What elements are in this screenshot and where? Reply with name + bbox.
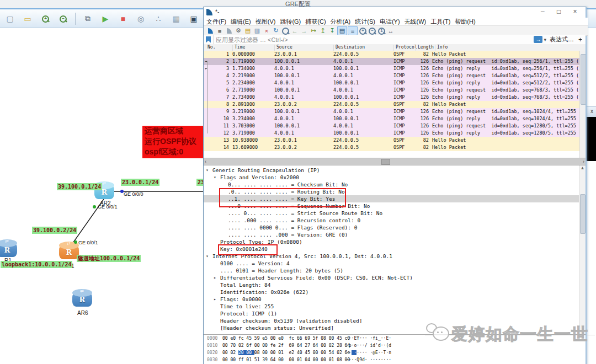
open-file-icon[interactable]: ▭ bbox=[21, 12, 34, 25]
maximize-button[interactable]: □ bbox=[552, 8, 566, 15]
resize-columns-icon[interactable]: ↔ bbox=[386, 26, 395, 35]
actual-size-icon[interactable]: ⧉ bbox=[81, 12, 94, 25]
detail-row[interactable]: Identification: 0x026e (622) bbox=[204, 288, 579, 296]
collapsed-chevron-icon[interactable]: ▸ bbox=[214, 296, 216, 303]
go-to-packet-icon[interactable]: ↦ bbox=[309, 26, 318, 35]
background-console-close-button[interactable]: x bbox=[590, 108, 593, 114]
topology-icon[interactable]: ∴ bbox=[152, 12, 165, 25]
expression-button[interactable]: 表达式… bbox=[550, 35, 574, 44]
autoscroll-icon[interactable]: ▤ bbox=[337, 26, 347, 35]
zoom-out-icon[interactable]: − bbox=[368, 26, 376, 35]
apply-filter-button[interactable]: → bbox=[534, 36, 542, 43]
router-r1[interactable]: ⇄R bbox=[0, 243, 17, 257]
close-button[interactable]: × bbox=[568, 8, 582, 15]
packet-row[interactable]: 42.219000100.0.0.14.0.0.1ICMP126Echo (pi… bbox=[204, 72, 586, 79]
packet-row[interactable]: 93.219000100.0.0.14.0.0.1ICMP126Echo (pi… bbox=[204, 108, 586, 115]
scroll-left-arrow[interactable]: ‹ bbox=[205, 158, 206, 165]
filter-dropdown-caret[interactable]: ▾ bbox=[544, 37, 546, 42]
detail-row[interactable]: Time to live: 255 bbox=[204, 303, 579, 310]
packet-row[interactable]: ←31.7340004.0.0.1100.0.0.1ICMP126Echo (p… bbox=[204, 65, 586, 72]
grid-icon[interactable]: ▦ bbox=[169, 12, 183, 25]
zoom-in-icon[interactable]: + bbox=[39, 12, 52, 25]
column-header-no[interactable]: No. bbox=[206, 45, 215, 51]
go-forward-icon[interactable]: → bbox=[300, 26, 308, 35]
detail-row[interactable]: 0... .... .... .... = Checksum Bit: No bbox=[204, 181, 579, 188]
horizontal-scrollbar-thumb[interactable] bbox=[381, 159, 390, 165]
wireshark-titlebar[interactable]: *- – □ × bbox=[204, 7, 586, 18]
hex-row[interactable]: 002000 02 20 00 08 00 00 01 e2 40 45 00 … bbox=[204, 349, 586, 356]
hex-row[interactable]: 003000 00 ff 01 51 39 64 00 00 01 04 00 … bbox=[204, 356, 586, 363]
column-header-length[interactable]: Length bbox=[416, 45, 434, 51]
menu-工具T[interactable]: 工具(T) bbox=[430, 18, 450, 25]
colorize-icon[interactable]: ≡ bbox=[348, 26, 358, 35]
hex-row[interactable]: 000000 e0 fc 45 59 e5 00 e0 fc 66 69 5f … bbox=[204, 335, 586, 342]
save-capture-icon[interactable]: ▥ bbox=[253, 26, 262, 35]
zoom-reset-icon[interactable]: 1 bbox=[377, 26, 386, 35]
detail-row[interactable]: Header checksum: 0x5139 [validation disa… bbox=[204, 317, 579, 324]
go-last-icon[interactable]: ↧ bbox=[328, 26, 337, 35]
start-capture-icon[interactable] bbox=[206, 26, 215, 35]
collapsed-chevron-icon[interactable]: ▸ bbox=[214, 274, 216, 281]
detail-row[interactable]: ▾Generic Routing Encapsulation (IP) bbox=[204, 167, 579, 174]
column-header-time[interactable]: Time bbox=[232, 45, 245, 51]
detail-row[interactable]: Protocol: ICMP (1) bbox=[204, 310, 579, 317]
detail-row[interactable]: 0100 .... = Version: 4 bbox=[204, 260, 579, 267]
menu-统计S[interactable]: 统计(S) bbox=[355, 18, 375, 25]
packet-row[interactable]: 1413.60900023.0.0.2224.0.0.5OSPF82Hello … bbox=[204, 144, 586, 151]
menu-编辑E[interactable]: 编辑(E) bbox=[231, 18, 251, 25]
detail-scroll-up-arrow[interactable]: ▲ bbox=[579, 165, 586, 170]
packet-row[interactable]: 103.2340004.0.0.1100.0.0.1ICMP126Echo (p… bbox=[204, 115, 586, 122]
packet-capture-icon[interactable]: ◎ bbox=[134, 12, 147, 25]
packet-row[interactable]: 62.719000100.0.0.14.0.0.1ICMP126Echo (pi… bbox=[204, 87, 586, 94]
detail-row[interactable]: .... .... .... .000 = Version: GRE (0) bbox=[204, 231, 579, 238]
expanded-chevron-icon[interactable]: ▾ bbox=[206, 167, 209, 174]
packet-row[interactable]: 72.7340004.0.0.1100.0.0.1ICMP126Echo (pi… bbox=[204, 94, 586, 101]
filter-bookmark-icon[interactable] bbox=[206, 36, 211, 43]
detail-row[interactable]: [Header checksum status: Unverified] bbox=[204, 324, 579, 331]
new-topo-icon[interactable]: ▢ bbox=[3, 12, 17, 25]
scroll-right-arrow[interactable]: › bbox=[583, 158, 584, 165]
column-header-destination[interactable]: Destination bbox=[333, 45, 365, 51]
menu-电话Y[interactable]: 电话(Y) bbox=[380, 18, 400, 25]
router-ar6[interactable]: ⇄R bbox=[72, 292, 92, 307]
detail-scrollbar[interactable]: ▲ ▼ bbox=[579, 165, 586, 334]
packet-list-scrollbar-thumb[interactable] bbox=[581, 54, 586, 105]
packet-row[interactable]: 82.89100023.0.0.2224.0.0.5OSPF82Hello Pa… bbox=[204, 101, 586, 108]
packet-row[interactable]: 10.00000023.0.0.1224.0.0.5OSPF82Hello Pa… bbox=[204, 51, 586, 58]
zoom-out-icon[interactable]: − bbox=[56, 12, 70, 25]
column-header-protocol[interactable]: Protocol bbox=[393, 45, 417, 51]
detail-scrollbar-thumb[interactable] bbox=[580, 194, 586, 234]
packet-row[interactable]: 113.703000100.0.0.14.0.0.1ICMP126Echo (p… bbox=[204, 122, 586, 130]
find-packet-icon[interactable] bbox=[281, 26, 290, 35]
menu-帮助H[interactable]: 帮助(H) bbox=[455, 18, 475, 25]
expanded-chevron-icon[interactable]: ▾ bbox=[206, 253, 209, 260]
stop-capture-icon[interactable]: ■ bbox=[215, 26, 224, 35]
column-header-info[interactable]: Info bbox=[435, 45, 448, 51]
menu-分析A[interactable]: 分析(A) bbox=[331, 18, 351, 25]
stop-devices-icon[interactable]: ■ bbox=[116, 12, 130, 25]
detail-row[interactable]: .... 0101 = Header Length: 20 bytes (5) bbox=[204, 267, 579, 274]
go-back-icon[interactable]: ← bbox=[290, 26, 299, 35]
display-filter-input[interactable]: 应用显示过滤器 … <Ctrl-/> bbox=[213, 35, 534, 44]
column-header-source[interactable]: Source bbox=[274, 45, 292, 51]
detail-row[interactable]: ▾Flags and Version: 0x2000 bbox=[204, 174, 579, 181]
go-first-icon[interactable]: ↥ bbox=[318, 26, 327, 35]
add-filter-button[interactable]: + bbox=[578, 36, 582, 44]
minimize-button[interactable]: – bbox=[535, 8, 550, 15]
reload-icon[interactable]: ↻ bbox=[272, 26, 280, 35]
menu-视图V[interactable]: 视图(V) bbox=[256, 18, 276, 25]
start-devices-icon[interactable]: ▶ bbox=[99, 12, 112, 25]
capture-options-icon[interactable]: ⚙ bbox=[234, 26, 243, 35]
detail-row[interactable]: Total Length: 84 bbox=[204, 281, 579, 288]
menu-无线W[interactable]: 无线(W) bbox=[405, 18, 427, 25]
detail-row[interactable]: ▸Differentiated Services Field: 0x00 (DS… bbox=[204, 274, 579, 281]
detail-row[interactable]: ▸Flags: 0x0000 bbox=[204, 296, 579, 303]
hex-row[interactable]: 001000 70 02 6f 00 00 fe 2f 69 64 27 64 … bbox=[204, 342, 586, 349]
zoom-in-icon[interactable]: + bbox=[358, 26, 367, 35]
open-capture-icon[interactable]: ▤ bbox=[243, 26, 252, 35]
router-ar1[interactable]: ⇄R bbox=[59, 245, 79, 259]
console-icon[interactable]: ▣ bbox=[187, 12, 200, 25]
detail-row[interactable]: .... 0... .... .... = Strict Source Rout… bbox=[204, 210, 579, 217]
packet-row[interactable]: →21.719000100.0.0.14.0.0.1ICMP126Echo (p… bbox=[204, 58, 586, 65]
expanded-chevron-icon[interactable]: ▾ bbox=[214, 174, 216, 181]
